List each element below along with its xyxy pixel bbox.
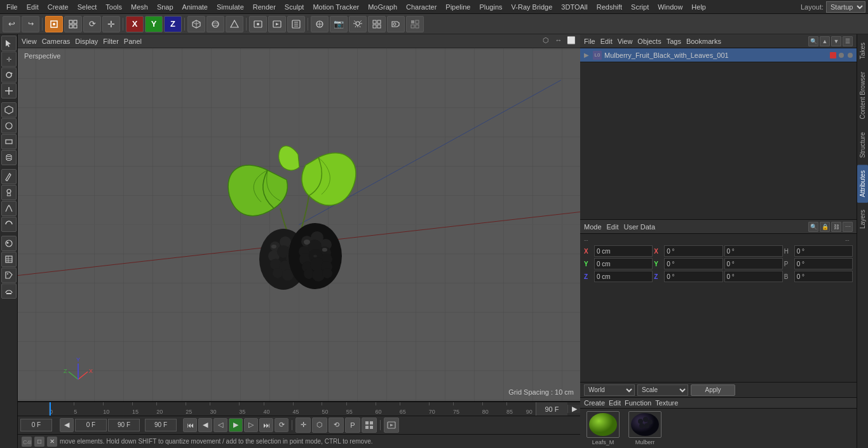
grid-button[interactable]	[368, 16, 386, 32]
viewport-menu-cameras[interactable]: Cameras	[42, 37, 71, 45]
render-preview-tool[interactable]	[384, 417, 399, 433]
timeline-expand[interactable]: ▶	[567, 405, 580, 413]
mat-menu-texture[interactable]: Texture	[655, 399, 678, 407]
menu-create[interactable]: Create	[44, 2, 72, 12]
menu-snap[interactable]: Snap	[153, 2, 177, 12]
attr-lock-icon[interactable]: 🔒	[820, 222, 830, 232]
obj-menu-objects[interactable]: Objects	[637, 37, 661, 45]
menu-window[interactable]: Window	[654, 2, 686, 12]
paint-icon[interactable]	[1, 185, 17, 200]
viewport-move-icon[interactable]: ↔	[553, 36, 564, 46]
scale-select[interactable]: Scale Size None	[637, 384, 688, 396]
attr-menu-userdata[interactable]: User Data	[624, 223, 656, 231]
camera-button[interactable]: 📷	[330, 16, 348, 32]
attr-menu-mode[interactable]: Mode	[584, 223, 602, 231]
obj-menu-bookmarks[interactable]: Bookmarks	[686, 37, 721, 45]
grab-icon[interactable]	[1, 283, 17, 299]
sculpt-icon[interactable]	[1, 201, 17, 216]
p-size-field[interactable]: 0 °	[724, 258, 783, 269]
object-item-mulberry[interactable]: ▶ L0 Mulberry_Fruit_Black_with_Leaves_00…	[580, 48, 857, 62]
y-axis-button[interactable]: Y	[145, 16, 163, 32]
menu-vray[interactable]: V-Ray Bridge	[508, 2, 557, 12]
move-tool-icon[interactable]: ✛	[1, 51, 17, 67]
viewport-menu-panel[interactable]: Panel	[124, 37, 142, 45]
snap-tool[interactable]: ✛	[295, 417, 311, 433]
tab-takes[interactable]: Takes	[857, 37, 868, 65]
current-frame-input[interactable]	[20, 419, 52, 431]
menu-3dtall[interactable]: 3DTOAll	[557, 2, 591, 12]
obj-menu-view[interactable]: View	[618, 37, 633, 45]
null-button[interactable]	[311, 16, 329, 32]
world-select[interactable]: World Object Local	[584, 384, 635, 396]
range-end-input[interactable]	[108, 419, 140, 431]
play-reverse-button[interactable]: ⟳	[275, 418, 288, 432]
select-tool-icon[interactable]	[1, 36, 17, 51]
material-thumbnail-mulberry[interactable]	[628, 411, 661, 438]
obj-collapse-icon[interactable]: ▲	[820, 36, 830, 46]
layout-select[interactable]: Startup	[826, 1, 865, 13]
menu-mograph[interactable]: MoGraph	[364, 2, 401, 12]
tab-content-browser[interactable]: Content Browser	[857, 66, 868, 125]
go-to-start-button[interactable]: ⏮	[183, 418, 197, 432]
h-val-field[interactable]: 0 °	[794, 245, 853, 257]
obj-grid-icon[interactable]: ☰	[843, 36, 853, 46]
viewport-options-button[interactable]	[406, 16, 424, 32]
bend-icon[interactable]	[1, 217, 17, 232]
p-val-field[interactable]: 0 °	[794, 258, 853, 269]
menu-tools[interactable]: Tools	[102, 2, 126, 12]
menu-edit[interactable]: Edit	[23, 2, 43, 12]
obj-search-icon[interactable]: 🔍	[808, 36, 818, 46]
material-thumbnail-leafs[interactable]	[587, 411, 620, 438]
rotate-tool-icon[interactable]	[1, 67, 17, 83]
redo-button[interactable]: ↪	[22, 16, 39, 32]
obj-visibility-dot[interactable]	[839, 53, 844, 58]
light-button[interactable]	[349, 16, 367, 32]
render-options-button[interactable]	[287, 16, 305, 32]
render-button[interactable]	[249, 16, 267, 32]
tab-attributes[interactable]: Attributes	[857, 165, 868, 203]
apply-button[interactable]: Apply	[691, 384, 735, 396]
mat-menu-create[interactable]: Create	[584, 399, 605, 407]
grid-tool[interactable]	[362, 417, 377, 433]
texture-icon[interactable]	[1, 252, 17, 267]
motion-tool[interactable]: ⟲	[329, 417, 344, 433]
menu-mesh[interactable]: Mesh	[127, 2, 152, 12]
obj-color-indicator[interactable]	[830, 52, 836, 58]
menu-motion-tracker[interactable]: Motion Tracker	[309, 2, 363, 12]
y-pos-field[interactable]: 0 cm	[594, 258, 653, 269]
playhead[interactable]	[50, 402, 51, 416]
viewport-camera-icon[interactable]: ⬡	[541, 36, 551, 46]
x-axis-button[interactable]: X	[126, 16, 144, 32]
model-mode-button[interactable]	[45, 16, 63, 32]
range-start-input[interactable]	[75, 419, 107, 431]
menu-animate[interactable]: Animate	[179, 2, 212, 12]
status-square-icon[interactable]: □	[34, 437, 44, 447]
path-tool[interactable]: P	[345, 417, 360, 433]
tag-icon[interactable]	[1, 268, 17, 283]
preview-end-input[interactable]	[145, 419, 177, 431]
viewport-menu-view[interactable]: View	[22, 37, 37, 45]
material-icon[interactable]	[1, 236, 17, 251]
mat-menu-function[interactable]: Function	[625, 399, 651, 407]
plane-create-icon[interactable]	[1, 134, 17, 149]
status-close-icon[interactable]: ✕	[47, 437, 57, 447]
tab-layers[interactable]: Layers	[857, 204, 868, 234]
viewport-menu-display[interactable]: Display	[75, 37, 98, 45]
tab-structure[interactable]: Structure	[857, 126, 868, 164]
obj-menu-tags[interactable]: Tags	[667, 37, 681, 45]
attr-more-icon[interactable]: ⋯	[843, 222, 853, 232]
obj-menu-file[interactable]: File	[584, 37, 595, 45]
h-size-field[interactable]: 0 °	[724, 245, 783, 257]
next-keyframe-button[interactable]: ▷	[244, 418, 258, 432]
material-slot-leafs[interactable]: Leafs_M	[584, 411, 622, 445]
b-size-field[interactable]: 0 °	[724, 271, 783, 282]
cube-button[interactable]	[187, 16, 205, 32]
z-axis-button[interactable]: Z	[164, 16, 182, 32]
menu-select[interactable]: Select	[74, 2, 101, 12]
cylinder-create-icon[interactable]	[1, 150, 17, 165]
scale-button[interactable]: ✛	[102, 16, 120, 32]
timeline-ruler[interactable]: 0 5 10 15 20 25	[50, 402, 536, 416]
z-pos-field[interactable]: 0 cm	[594, 271, 653, 282]
menu-redshift[interactable]: Redshift	[593, 2, 626, 12]
menu-character[interactable]: Character	[402, 2, 440, 12]
